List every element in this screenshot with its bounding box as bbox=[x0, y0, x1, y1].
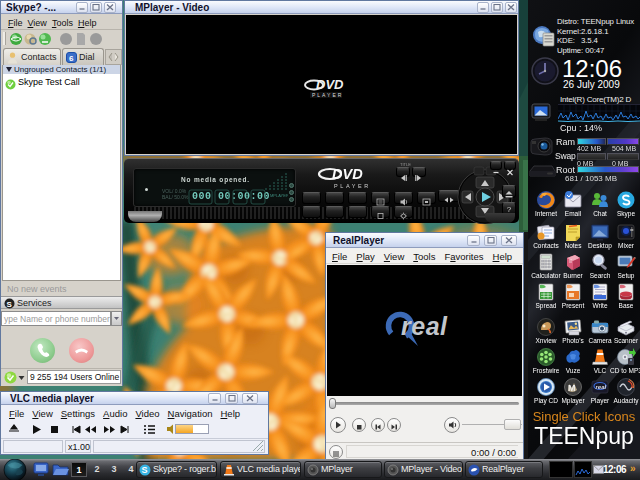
svg-text:S: S bbox=[142, 465, 148, 475]
svg-text:6: 6 bbox=[69, 54, 74, 63]
svg-text:DVD: DVD bbox=[316, 77, 344, 92]
svg-text:PLAYER: PLAYER bbox=[312, 92, 343, 98]
svg-text:PLAYER: PLAYER bbox=[334, 183, 371, 189]
svg-text:M: M bbox=[568, 383, 576, 393]
svg-text:S: S bbox=[7, 300, 13, 309]
svg-text:MPLAYER: MPLAYER bbox=[270, 193, 288, 198]
svg-text:real: real bbox=[401, 312, 448, 340]
svg-text:real: real bbox=[596, 384, 607, 390]
svg-text:TIME: TIME bbox=[216, 189, 226, 190]
svg-text:DVD: DVD bbox=[332, 166, 363, 182]
